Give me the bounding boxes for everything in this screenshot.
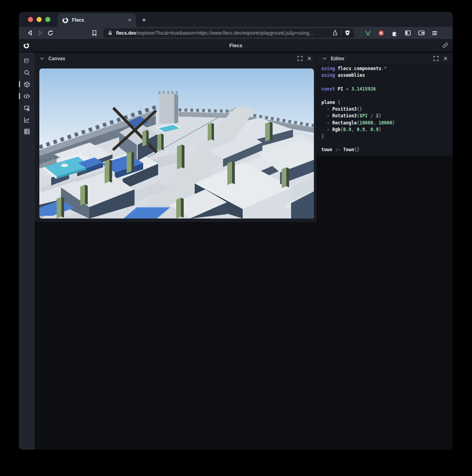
forward-icon[interactable] (35, 29, 45, 37)
new-tab-button[interactable]: + (136, 13, 152, 27)
share-icon[interactable] (332, 30, 338, 36)
bookmark-icon[interactable] (89, 29, 100, 37)
menu-icon[interactable] (430, 29, 439, 37)
editor-panel-title: Editor (331, 56, 345, 61)
browser-window: Flecs × + flecs.dev/explorer/?local=true… (19, 12, 453, 450)
v-extension-icon[interactable] (363, 29, 372, 37)
workspace: Canvas (35, 52, 453, 450)
shield-icon[interactable] (344, 30, 350, 36)
sidebar-item-inspect[interactable] (19, 102, 35, 114)
sidebar-item-stats[interactable] (19, 114, 35, 126)
url-domain: flecs.dev (116, 30, 136, 36)
editor-panel: Editor using flecs.components.*using ass… (317, 53, 453, 156)
link-icon[interactable] (442, 42, 448, 48)
tab-title: Flecs (72, 17, 125, 23)
editor-code[interactable]: using flecs.components.*using assemblies… (317, 64, 453, 154)
lock-icon (107, 30, 113, 36)
back-icon[interactable] (25, 29, 35, 37)
canvas-panel-title: Canvas (48, 56, 65, 61)
tab-bar: Flecs × + (19, 12, 453, 27)
sidebar-item-editor[interactable] (19, 90, 35, 102)
fullscreen-icon[interactable] (297, 56, 303, 62)
close-icon[interactable] (306, 56, 312, 62)
url-bar[interactable]: flecs.dev/explorer/?local=true&wasm=http… (103, 28, 354, 38)
fullscreen-icon[interactable] (433, 56, 439, 62)
sidebar-item-canvas[interactable] (19, 78, 35, 90)
canvas-3d-scene[interactable] (39, 69, 314, 219)
tab-close-icon[interactable]: × (128, 17, 131, 23)
canvas-panel-header: Canvas (35, 53, 317, 64)
wallet-icon[interactable] (417, 29, 426, 37)
canvas-panel: Canvas (35, 53, 317, 222)
extensions-puzzle-icon[interactable] (390, 29, 399, 37)
zoom-window-button[interactable] (45, 17, 50, 22)
minimize-window-button[interactable] (37, 17, 42, 22)
editor-panel-header: Editor (317, 53, 453, 64)
chevron-down-icon[interactable] (321, 56, 328, 62)
page-title: Flecs (19, 43, 453, 48)
app-header: Flecs (19, 39, 453, 52)
adblock-extension-icon[interactable] (377, 29, 385, 37)
left-sidebar (19, 52, 35, 450)
reload-icon[interactable] (45, 29, 55, 37)
close-window-button[interactable] (28, 17, 33, 22)
close-icon[interactable] (442, 56, 448, 62)
sidebar-item-tables[interactable] (19, 126, 35, 137)
chevron-down-icon[interactable] (39, 56, 45, 62)
url-path: /explorer/?local=true&wasm=https://www.f… (136, 30, 313, 36)
sidebar-item-entity-tree[interactable] (19, 55, 35, 67)
flecs-favicon (62, 17, 68, 23)
reading-list-icon[interactable] (404, 29, 412, 37)
browser-tab-flecs[interactable]: Flecs × (57, 13, 136, 27)
sidebar-item-search[interactable] (19, 67, 35, 78)
browser-toolbar: flecs.dev/explorer/?local=true&wasm=http… (19, 27, 453, 39)
traffic-lights (19, 12, 57, 27)
url-divider (341, 30, 341, 36)
